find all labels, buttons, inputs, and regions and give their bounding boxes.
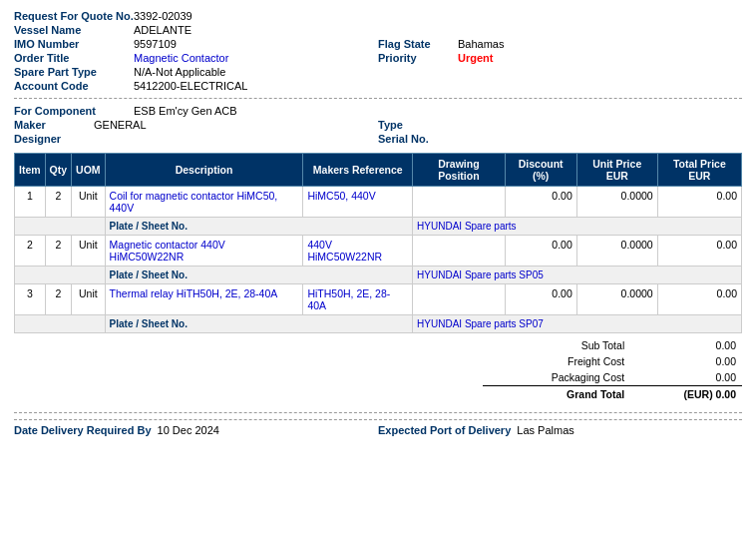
- table-row: 3 2 Unit Thermal relay HiTH50H, 2E, 28-4…: [15, 284, 742, 315]
- plate-value: HYUNDAI Spare parts SP05: [417, 270, 544, 280]
- divider-1: [14, 98, 742, 99]
- cell-drawing-pos: [413, 187, 505, 218]
- col-drawing-pos: Drawing Position: [413, 154, 505, 187]
- vessel-value: ADELANTE: [134, 24, 191, 36]
- items-table: Item Qty UOM Description Makers Referenc…: [14, 153, 742, 333]
- table-row: 2 2 Unit Magnetic contactor 440V HiMC50W…: [15, 236, 742, 267]
- cell-total-price: 0.00: [657, 187, 741, 218]
- cell-total-price: 0.00: [657, 284, 741, 315]
- rfq-row: Request For Quote No. 3392-02039: [14, 10, 742, 22]
- priority-label: Priority: [378, 52, 458, 64]
- footer-delivery-col: Date Delivery Required By 10 Dec 2024: [14, 424, 378, 436]
- plate-label-cell: Plate / Sheet No.: [105, 218, 413, 236]
- grand-total-row: Grand Total (EUR) 0.00: [483, 386, 742, 403]
- cell-total-price: 0.00: [657, 236, 741, 267]
- flag-value: Bahamas: [458, 38, 504, 50]
- cell-uom: Unit: [72, 187, 106, 218]
- plate-value: HYUNDAI Spare parts: [417, 221, 516, 232]
- table-row: 1 2 Unit Coil for magnetic contactor HiM…: [15, 187, 742, 218]
- priority-col: Priority Urgent: [378, 52, 742, 64]
- footer-port-col: Expected Port of Delivery Las Palmas: [378, 424, 742, 436]
- type-col: Type: [378, 119, 742, 133]
- cell-discount: 0.00: [505, 284, 576, 315]
- serial-label: Serial No.: [378, 133, 458, 147]
- plate-value-cell: HYUNDAI Spare parts: [413, 218, 742, 236]
- rfq-label: Request For Quote No.: [14, 10, 134, 22]
- plate-empty: [15, 267, 106, 284]
- cell-uom: Unit: [72, 236, 106, 267]
- cell-description: Coil for magnetic contactor HiMC50, 440V: [105, 187, 303, 218]
- account-label: Account Code: [14, 80, 134, 92]
- cell-qty: 2: [45, 187, 72, 218]
- col-uom: UOM: [72, 154, 106, 187]
- plate-label: Plate / Sheet No.: [110, 318, 188, 329]
- cell-makers-ref: 440V HiMC50W22NR: [303, 236, 413, 267]
- sub-total-label: Sub Total: [483, 337, 630, 353]
- designer-col: Designer: [14, 133, 378, 145]
- divider-2: [14, 412, 742, 413]
- sub-total-row: Sub Total 0.00: [483, 337, 742, 353]
- freight-row: Freight Cost 0.00: [483, 353, 742, 369]
- spare-row: Spare Part Type N/A-Not Applicable: [14, 66, 742, 78]
- col-unit-price: Unit Price EUR: [576, 154, 657, 187]
- grand-total-value: (EUR) 0.00: [630, 386, 742, 403]
- order-priority-row: Order Title Magnetic Contactor Priority …: [14, 52, 742, 66]
- col-item: Item: [15, 154, 46, 187]
- cell-qty: 2: [45, 236, 72, 267]
- cell-item: 3: [15, 284, 46, 315]
- table-header-row: Item Qty UOM Description Makers Referenc…: [15, 154, 742, 187]
- cell-uom: Unit: [72, 284, 106, 315]
- plate-value: HYUNDAI Spare parts SP07: [417, 318, 544, 329]
- grand-total-label: Grand Total: [483, 386, 630, 403]
- maker-value: GENERAL: [94, 119, 147, 131]
- col-total-price: Total Price EUR: [657, 154, 741, 187]
- component-section: For Component ESB Em'cy Gen ACB Maker GE…: [14, 105, 742, 147]
- flag-label: Flag State: [378, 38, 458, 50]
- imo-value: 9597109: [134, 38, 177, 50]
- cell-description: Thermal relay HiTH50H, 2E, 28-40A: [105, 284, 303, 315]
- vessel-row: Vessel Name ADELANTE: [14, 24, 742, 36]
- imo-label: IMO Number: [14, 38, 134, 50]
- plate-value-cell: HYUNDAI Spare parts SP05: [413, 267, 742, 284]
- for-label: For Component: [14, 105, 134, 117]
- cell-item: 1: [15, 187, 46, 218]
- cell-item: 2: [15, 236, 46, 267]
- priority-value: Urgent: [458, 52, 493, 64]
- plate-label: Plate / Sheet No.: [110, 270, 188, 280]
- col-qty: Qty: [45, 154, 72, 187]
- plate-empty: [15, 218, 106, 236]
- col-description: Description: [105, 154, 303, 187]
- cell-description: Magnetic contactor 440V HiMC50W22NR: [105, 236, 303, 267]
- delivery-label: Date Delivery Required By: [14, 424, 152, 436]
- order-col: Order Title Magnetic Contactor: [14, 52, 378, 64]
- order-value: Magnetic Contactor: [134, 52, 228, 64]
- maker-col: Maker GENERAL: [14, 119, 378, 131]
- flag-col: Flag State Bahamas: [378, 38, 742, 50]
- maker-label: Maker: [14, 119, 94, 131]
- maker-type-row: Maker GENERAL Type: [14, 119, 742, 133]
- cell-unit-price: 0.0000: [576, 187, 657, 218]
- delivery-value: 10 Dec 2024: [158, 424, 219, 436]
- plate-value-cell: HYUNDAI Spare parts SP07: [413, 315, 742, 333]
- freight-label: Freight Cost: [483, 353, 630, 369]
- account-value: 5412200-ELECTRICAL: [134, 80, 247, 92]
- spare-label: Spare Part Type: [14, 66, 134, 78]
- imo-col: IMO Number 9597109: [14, 38, 378, 50]
- totals-section: Sub Total 0.00 Freight Cost 0.00 Packagi…: [14, 337, 742, 406]
- col-discount: Discount (%): [505, 154, 576, 187]
- plate-label: Plate / Sheet No.: [110, 221, 188, 232]
- type-label: Type: [378, 119, 458, 133]
- port-label: Expected Port of Delivery: [378, 424, 511, 436]
- order-label: Order Title: [14, 52, 134, 64]
- freight-value: 0.00: [630, 353, 742, 369]
- designer-label: Designer: [14, 133, 94, 145]
- account-row: Account Code 5412200-ELECTRICAL: [14, 80, 742, 92]
- cell-makers-ref: HiTH50H, 2E, 28-40A: [303, 284, 413, 315]
- cell-qty: 2: [45, 284, 72, 315]
- plate-row: Plate / Sheet No. HYUNDAI Spare parts SP…: [15, 315, 742, 333]
- packaging-value: 0.00: [630, 369, 742, 386]
- cell-unit-price: 0.0000: [576, 236, 657, 267]
- cell-makers-ref: HiMC50, 440V: [303, 187, 413, 218]
- plate-label-cell: Plate / Sheet No.: [105, 315, 413, 333]
- plate-row: Plate / Sheet No. HYUNDAI Spare parts SP…: [15, 267, 742, 284]
